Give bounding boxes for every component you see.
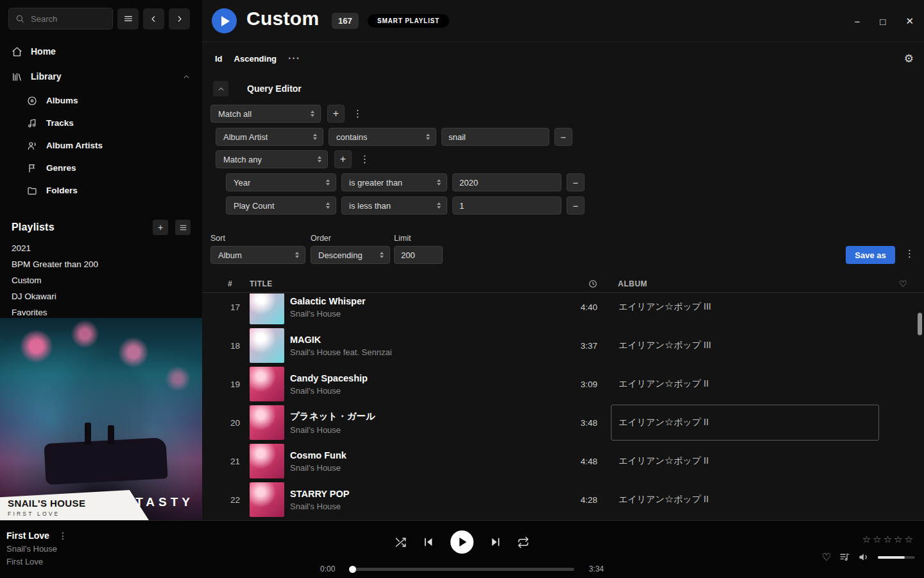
clock-icon	[588, 279, 597, 288]
app-window: Home Library AlbumsTracksAlbum ArtistsGe…	[0, 0, 924, 578]
seek-handle[interactable]	[349, 566, 356, 573]
table-row[interactable]: 18MAGIKSnail's House feat. Sennzai3:37エイ…	[202, 326, 924, 365]
queue-button[interactable]	[839, 552, 850, 563]
rule-value-input[interactable]	[452, 197, 561, 215]
now-playing-menu-button[interactable]: ⋮	[58, 530, 67, 541]
play-pause-button[interactable]	[450, 530, 474, 554]
maximize-button[interactable]: □	[880, 16, 886, 27]
search-input[interactable]	[30, 13, 106, 24]
title-column-header[interactable]: TITLE	[250, 279, 552, 288]
now-playing-title[interactable]: First Love	[6, 530, 49, 541]
match-type-select[interactable]: Match all	[210, 105, 321, 123]
sort-select[interactable]: Album	[210, 246, 305, 264]
duration-column-header[interactable]	[552, 279, 597, 288]
rule-value-input[interactable]	[452, 173, 561, 191]
rule-field-select[interactable]: Play Count	[226, 197, 336, 215]
rating-stars[interactable]: ☆☆☆☆☆	[862, 534, 915, 545]
star-icon[interactable]: ☆	[894, 534, 904, 545]
play-playlist-button[interactable]	[212, 8, 237, 33]
sidebar-item-albums[interactable]: Albums	[0, 89, 202, 112]
track-album[interactable]: エイリアン☆ポップ III	[611, 328, 879, 363]
rule-group-menu-button[interactable]: ⋮	[351, 108, 364, 119]
album-column-header[interactable]: ALBUM	[611, 279, 879, 288]
rule-field-select[interactable]: Year	[226, 173, 336, 191]
sidebar-item-home[interactable]: Home	[0, 40, 202, 63]
add-playlist-button[interactable]: +	[153, 220, 168, 235]
group-match-type-select[interactable]: Match any	[216, 150, 328, 168]
repeat-button[interactable]	[517, 536, 529, 548]
now-playing-artist[interactable]: Snail's House	[6, 542, 67, 555]
playlist-item[interactable]: 2021	[0, 240, 202, 256]
nav-back-button[interactable]	[143, 8, 164, 30]
save-as-button[interactable]: Save as	[846, 246, 895, 264]
playlist-item[interactable]: Custom	[0, 272, 202, 288]
table-row[interactable]: 17Galactic WhisperSnail's House4:40エイリアン…	[202, 293, 924, 326]
shuffle-icon	[395, 536, 407, 548]
rule-field-select[interactable]: Album Artist	[216, 128, 323, 146]
volume-slider[interactable]	[878, 556, 915, 559]
query-menu-button[interactable]: ⋮	[903, 248, 916, 259]
favorite-column-header[interactable]: ♡	[879, 279, 907, 289]
sort-field-button[interactable]: Id	[215, 54, 223, 64]
shuffle-button[interactable]	[395, 536, 407, 548]
track-number: 20	[220, 418, 240, 428]
playlist-item[interactable]: DJ Okawari	[0, 288, 202, 304]
star-icon[interactable]: ☆	[873, 534, 883, 545]
menu-button[interactable]	[117, 8, 139, 30]
sidebar-item-folders[interactable]: Folders	[0, 179, 202, 202]
sort-direction-button[interactable]: Ascending	[234, 54, 277, 64]
toolbar-more-button[interactable]: ···	[288, 53, 300, 64]
minimize-button[interactable]: −	[855, 16, 860, 27]
add-rule-button[interactable]: +	[334, 150, 352, 168]
previous-track-button[interactable]	[423, 536, 434, 548]
add-rule-button[interactable]: +	[327, 105, 345, 123]
seek-slider[interactable]	[350, 568, 574, 571]
sidebar-item-genres[interactable]: Genres	[0, 157, 202, 179]
artist-icon	[27, 140, 38, 151]
close-button[interactable]: ✕	[905, 15, 914, 27]
settings-gear-icon[interactable]: ⚙	[904, 52, 914, 66]
star-icon[interactable]: ☆	[884, 534, 894, 545]
track-album[interactable]: エイリアン☆ポップ II	[611, 405, 879, 441]
track-album[interactable]: エイリアン☆ポップ II	[611, 366, 879, 402]
remove-rule-button[interactable]: −	[554, 128, 572, 146]
table-row[interactable]: 22STARRY POPSnail's House4:28エイリアン☆ポップ I…	[202, 480, 924, 519]
now-playing-info: First Love ⋮ Snail's House First Love	[6, 529, 67, 568]
order-select[interactable]: Descending	[311, 246, 390, 264]
next-track-button[interactable]	[490, 536, 501, 548]
query-editor-collapse-button[interactable]	[213, 81, 228, 96]
rule-value-input[interactable]	[441, 128, 549, 146]
table-row[interactable]: 19Candy SpaceshipSnail's House3:09エイリアン☆…	[202, 365, 924, 403]
rule-operator-select[interactable]: contains	[329, 128, 436, 146]
select-chevrons-icon	[421, 134, 430, 140]
table-row[interactable]: 20プラネット・ガールSnail's House3:48エイリアン☆ポップ II	[202, 403, 924, 442]
repeat-icon	[517, 536, 529, 548]
track-album[interactable]: エイリアン☆ポップ III	[611, 293, 879, 325]
remove-rule-button[interactable]: −	[567, 197, 585, 215]
queue-icon	[839, 552, 850, 563]
nav-forward-button[interactable]	[169, 8, 190, 30]
elapsed-time: 0:00	[320, 565, 341, 574]
remove-rule-button[interactable]: −	[567, 173, 585, 191]
sidebar-item-album-artists[interactable]: Album Artists	[0, 134, 202, 157]
favorite-button[interactable]: ♡	[822, 551, 831, 563]
rule-operator-select[interactable]: is less than	[341, 197, 447, 215]
select-chevrons-icon	[305, 110, 314, 117]
limit-input[interactable]	[394, 246, 443, 264]
track-album[interactable]: エイリアン☆ポップ II	[611, 482, 879, 518]
sidebar-item-tracks[interactable]: Tracks	[0, 112, 202, 134]
star-icon[interactable]: ☆	[862, 534, 873, 545]
index-column-header[interactable]: #	[220, 279, 240, 288]
rule-group-menu-button[interactable]: ⋮	[358, 153, 372, 165]
scrollbar-thumb[interactable]	[918, 313, 922, 335]
sidebar-item-library[interactable]: Library	[0, 65, 202, 88]
playlist-list-button[interactable]	[175, 220, 191, 235]
volume-button[interactable]	[859, 552, 869, 563]
star-icon[interactable]: ☆	[905, 534, 915, 545]
rule-operator-select[interactable]: is greater than	[341, 173, 447, 191]
now-playing-album[interactable]: First Love	[6, 555, 67, 568]
table-row[interactable]: 21Cosmo FunkSnail's House4:48エイリアン☆ポップ I…	[202, 442, 924, 480]
playlist-item[interactable]: BPM Greater than 200	[0, 256, 202, 272]
limit-label: Limit	[394, 234, 411, 243]
track-album[interactable]: エイリアン☆ポップ II	[611, 443, 879, 479]
